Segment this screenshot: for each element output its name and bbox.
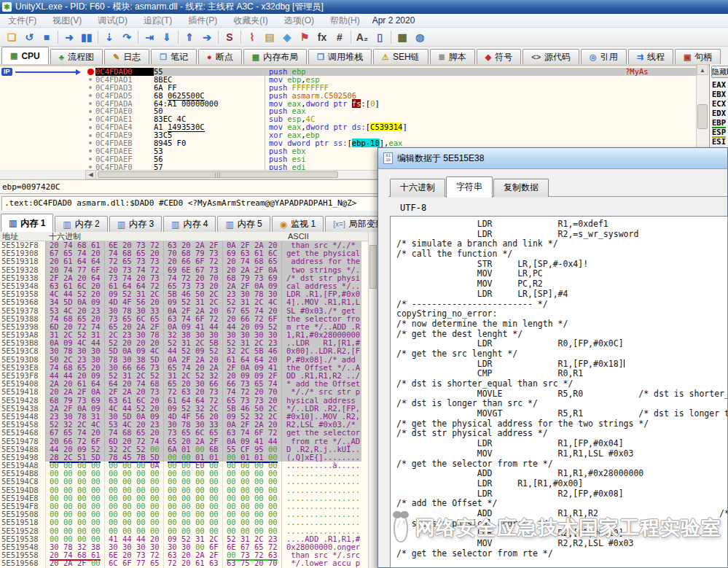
scrollbar-thumb[interactable] [697, 104, 708, 129]
disasm-row[interactable]: 0C4FDAD055push ebp?MyAs [85, 68, 696, 76]
code-line: /* get the selector from rte */ [396, 549, 727, 559]
seh-chain-icon[interactable]: S [221, 29, 238, 45]
disasm-row[interactable]: 0C4FDAE4A1 1493530Cmov eax,dword ptr ds:… [85, 123, 696, 131]
string-edit-textarea[interactable]: LDR R1,=0xdef1 LDR R2,=s_wr_sysword/* si… [390, 216, 728, 568]
step-out-icon[interactable]: ⇑ [181, 29, 198, 45]
label-icon[interactable]: ◈ [278, 29, 296, 45]
scroll-left-icon[interactable]: ◀ [86, 171, 96, 179]
dump-scrollbar[interactable] [368, 232, 377, 568]
dump-tab-5[interactable]: ◉监视 1 [272, 216, 324, 232]
graph-icon: ♣ [59, 52, 64, 61]
cpu-icon: ▦ [10, 51, 17, 61]
disasm-row[interactable]: 0C4FDAD18BECmov ebp,esp [85, 76, 696, 84]
run-icon[interactable]: ➜ [60, 29, 78, 45]
tab-main-2[interactable]: ✎日志 [104, 49, 149, 64]
pause-icon[interactable]: ▮▮ [78, 29, 95, 45]
menu-item-4[interactable]: 插件(P) [180, 15, 225, 27]
dialog-tab-bar: 十六进制字符串复制数据 [390, 179, 549, 197]
hide-fpu-button[interactable]: 隐藏FPU [711, 66, 728, 78]
comment-icon[interactable]: ▤ [261, 29, 278, 45]
toolbar-separator [218, 31, 219, 44]
open-file-icon[interactable]: ❏ [3, 29, 20, 45]
dump-tab-4[interactable]: ▥内存 5 [217, 216, 270, 232]
dump-tab-2[interactable]: ▥内存 3 [109, 216, 162, 232]
menu-item-7[interactable]: 帮助(H) [322, 15, 368, 27]
references-icon: ◎ [590, 52, 597, 62]
breakpoint-icon: ● [207, 52, 212, 61]
code-line: MOV PC,R2 [396, 279, 727, 289]
menu-item-2[interactable]: 调试(D) [90, 15, 136, 27]
restart-icon[interactable]: ↺ [20, 29, 38, 45]
register-esi: ESI [710, 137, 728, 147]
dump-row[interactable]: 5E51956820 2A 2F 006C 6F 77 6572 20 61 6… [0, 559, 379, 567]
dialog-title-text: 编辑数据于 5E515E38 [397, 152, 484, 165]
menu-item-5[interactable]: 收藏夹(I) [225, 15, 275, 27]
dump-address: 5E519518 [0, 518, 45, 526]
tab-main-13[interactable]: ▣句柄 [675, 49, 721, 64]
patch-icon[interactable]: ⌇ [243, 29, 261, 45]
calculator-icon[interactable]: ▦ [394, 29, 411, 45]
scrollbar-thumb[interactable] [369, 245, 377, 289]
execute-till-return-icon[interactable]: ⇥ [141, 29, 158, 45]
tab-cpu[interactable]: ▦CPU [1, 47, 49, 64]
tab-main-1[interactable]: ♣流程图 [50, 49, 103, 64]
menu-item-1[interactable]: 视图(V) [44, 15, 90, 27]
tab-label: 引用 [600, 51, 618, 63]
globe-icon[interactable]: ◍ [411, 29, 428, 45]
code-line: ADD R1,R1,R2 /* add the Offset */ [396, 509, 727, 519]
tab-label: 内存 5 [238, 218, 262, 230]
tab-main-10[interactable]: <>源代码 [522, 49, 579, 64]
hash-icon[interactable]: # [331, 29, 348, 45]
dialog-titlebar[interactable]: 01 10 编辑数据于 5E515E38 [378, 148, 727, 169]
tab-main-4[interactable]: ●断点 [198, 49, 242, 64]
bookmark-icon[interactable]: ⚑ [296, 29, 313, 45]
tab-main-3[interactable]: ❐笔记 [151, 49, 197, 64]
tab-main-5[interactable]: ▦内存布局 [243, 49, 307, 64]
eip-arrow-head-icon [76, 69, 81, 75]
dump-hex-group: 6C 6F 77 65 [104, 559, 163, 567]
disasm-row[interactable]: 0C4FDADA64:A1 00000000mov eax,dword ptr … [85, 100, 696, 108]
dump-tab-3[interactable]: ▥内存 4 [163, 216, 216, 232]
dialog-tab-1[interactable]: 字符串 [446, 176, 493, 198]
run-to-cursor-icon[interactable]: ⇓ [158, 29, 176, 45]
tab-main-8[interactable]: ≣脚本 [430, 49, 475, 64]
step-over-icon[interactable]: ↷ [118, 29, 136, 45]
tab-main-12[interactable]: ⇉线程 [628, 49, 673, 64]
text-encoding-icon[interactable]: A₂ [353, 29, 371, 45]
tab-label: 断点 [216, 51, 233, 63]
dialog-tab-0[interactable]: 十六进制 [390, 179, 445, 197]
dump-tab-1[interactable]: ▥内存 2 [55, 216, 107, 232]
menu-item-0[interactable]: 文件(F) [0, 15, 44, 27]
modules-icon[interactable]: ▯ [371, 29, 388, 45]
dump-address: 5E519418 [0, 388, 45, 396]
code-line: LDR R1,[R1,#0x00] [396, 479, 727, 489]
dump-header-ascii: ASCII [288, 232, 309, 241]
tab-main-11[interactable]: ◎引用 [581, 49, 627, 64]
scroll-up-icon[interactable]: ▲ [697, 64, 708, 75]
dump-ascii: address for the [281, 257, 361, 265]
dialog-tab-2[interactable]: 复制数据 [493, 179, 549, 197]
call-stack-icon: ❒ [317, 52, 324, 62]
disasm-row[interactable]: 0C4FDAEB8945 F0mov dword ptr ss:[ebp-10]… [85, 139, 696, 147]
toolbar-separator [138, 31, 138, 44]
menu-bar: 文件(F)视图(V)调试(D)追踪(T)插件(P)收藏夹(I)选项(O)帮助(H… [0, 14, 728, 28]
run-to-user-code-icon[interactable]: ➔ [198, 29, 216, 45]
dump-tab-0[interactable]: ▥内存 1 [1, 214, 53, 232]
toolbar: ❏↺■➜▮▮⇣↷⇥⇓⇑➔S⌇▤◈⚑fx#A₂▯▦◍ [0, 28, 728, 47]
threads-icon: ⇉ [637, 52, 643, 62]
tab-label: 内存布局 [263, 51, 298, 63]
hscrollbar-thumb[interactable]: ||| [98, 171, 338, 178]
tab-main-9[interactable]: ◆符号 [477, 49, 521, 64]
step-into-icon[interactable]: ⇣ [101, 29, 118, 45]
stop-icon[interactable]: ■ [38, 29, 55, 45]
function-icon[interactable]: fx [313, 29, 331, 45]
disasm-bytes: 64:A1 00000000 [154, 100, 265, 108]
tab-main-6[interactable]: ❒调用堆栈 [308, 49, 372, 64]
build-date-label: Apr 2 2020 [372, 15, 415, 26]
code-line: MOVGT R5,R1 /* dst is longer than src */ [396, 409, 727, 419]
tab-main-7[interactable]: ⚠SEH链 [373, 49, 428, 64]
register-edx: EDX [710, 109, 728, 118]
menu-item-3[interactable]: 追踪(T) [136, 15, 180, 27]
register-eax: EAX [710, 80, 728, 90]
menu-item-6[interactable]: 选项(O) [276, 15, 322, 27]
